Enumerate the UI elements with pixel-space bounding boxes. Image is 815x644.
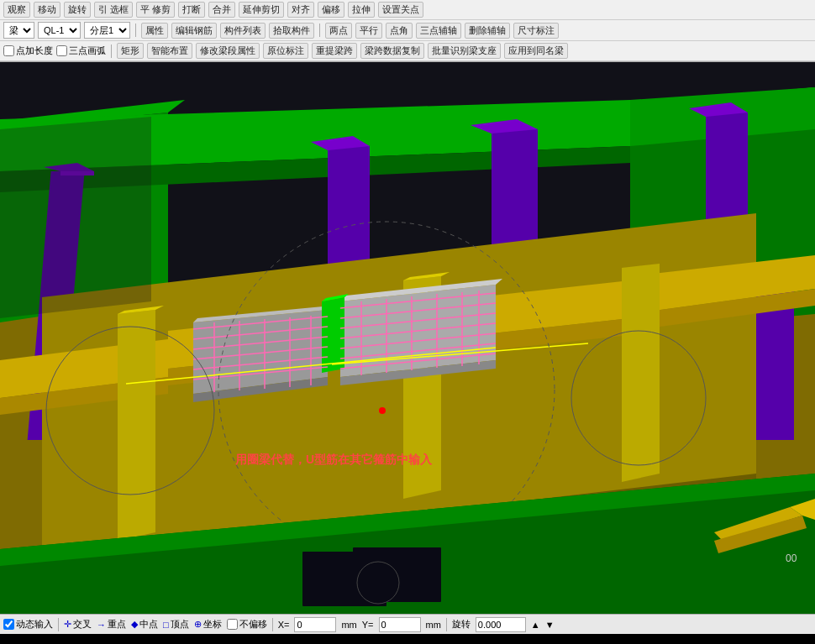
sep1 — [135, 24, 136, 37]
y-input[interactable] — [379, 617, 421, 632]
cb-no-offset[interactable]: 不偏移 — [227, 618, 267, 631]
cb-mid-point[interactable]: ◆ 中点 — [131, 618, 158, 631]
toolbar-row-2: 梁 QL-1 分层1 属性 编辑钢筋 构件列表 拾取构件 两点 平行 点角 三点… — [0, 20, 815, 41]
btn-copy-span-data[interactable]: 梁跨数据复制 — [360, 43, 424, 59]
btn-modify-span[interactable]: 修改梁段属性 — [196, 43, 260, 59]
sep3 — [111, 45, 112, 58]
btn-parallel[interactable]: 平行 — [355, 23, 382, 39]
btn-offset[interactable]: 偏移 — [318, 2, 344, 18]
cb-vertex[interactable]: □ 顶点 — [163, 618, 189, 631]
btn-select-box[interactable]: 引 选框 — [94, 2, 133, 18]
svg-rect-75 — [353, 547, 441, 602]
y-unit: mm — [426, 620, 441, 630]
x-unit: mm — [341, 620, 356, 630]
btn-rotate[interactable]: 旋转 — [64, 2, 91, 18]
btn-observe[interactable]: 观察 — [3, 2, 30, 18]
status-bar: 动态输入 ✛ 交叉 → 重点 ◆ 中点 □ 顶点 ⊕ 坐标 不偏移 X= mm … — [0, 614, 815, 634]
svg-point-66 — [379, 407, 386, 414]
btn-two-point[interactable]: 两点 — [325, 23, 352, 39]
btn-align[interactable]: 对齐 — [287, 2, 314, 18]
select-component-type[interactable]: 梁 — [3, 22, 34, 39]
btn-extend-cut[interactable]: 延伸剪切 — [239, 2, 284, 18]
btn-batch-support[interactable]: 批量识别梁支座 — [428, 43, 501, 59]
3d-viewport[interactable]: 00 用圈梁代替，U型筋在其它箍筋中输入 — [0, 62, 815, 614]
btn-three-point-axis[interactable]: 三点辅轴 — [416, 23, 461, 39]
sep2 — [319, 24, 320, 37]
btn-trim[interactable]: 平 修剪 — [136, 2, 175, 18]
sep-status-1 — [58, 618, 59, 631]
btn-apply-same-name[interactable]: 应用到同名梁 — [504, 43, 568, 59]
rotate-input[interactable] — [476, 617, 526, 632]
btn-dimension[interactable]: 尺寸标注 — [513, 23, 559, 39]
cb-three-arc[interactable]: 三点画弧 — [56, 45, 106, 57]
btn-delete-axis[interactable]: 删除辅轴 — [465, 23, 510, 39]
cb-key-point[interactable]: → 重点 — [97, 618, 126, 631]
select-component-id[interactable]: QL-1 — [38, 22, 81, 39]
svg-text:00: 00 — [786, 552, 797, 564]
btn-merge[interactable]: 合并 — [208, 2, 235, 18]
btn-rect[interactable]: 矩形 — [117, 43, 144, 59]
btn-move[interactable]: 移动 — [34, 2, 60, 18]
cb-dynamic-input[interactable]: 动态输入 — [3, 618, 53, 631]
cb-add-length[interactable]: 点加长度 — [3, 45, 53, 57]
cb-coord[interactable]: ⊕ 坐标 — [194, 618, 222, 631]
x-label: X= — [278, 620, 290, 630]
btn-original-annotation[interactable]: 原位标注 — [263, 43, 308, 59]
svg-marker-27 — [118, 310, 155, 541]
btn-edit-rebar[interactable]: 编辑钢筋 — [171, 23, 217, 39]
btn-break[interactable]: 打断 — [178, 2, 205, 18]
btn-pick-component[interactable]: 拾取构件 — [269, 23, 314, 39]
rotate-stepper-up[interactable]: ▲ — [531, 620, 540, 630]
x-input[interactable] — [294, 617, 336, 632]
sep-status-3 — [446, 618, 447, 631]
toolbar-row-3: 点加长度 三点画弧 矩形 智能布置 修改梁段属性 原位标注 重提梁跨 梁跨数据复… — [0, 41, 815, 61]
rotate-label: 旋转 — [452, 618, 471, 631]
btn-properties[interactable]: 属性 — [141, 23, 168, 39]
toolbar-row-1: 观察 移动 旋转 引 选框 平 修剪 打断 合并 延伸剪切 对齐 偏移 拉伸 设… — [0, 0, 815, 20]
btn-re-identify-span[interactable]: 重提梁跨 — [312, 43, 357, 59]
btn-point-angle[interactable]: 点角 — [386, 23, 413, 39]
btn-stretch[interactable]: 拉伸 — [348, 2, 375, 18]
btn-component-list[interactable]: 构件列表 — [220, 23, 266, 39]
cb-cross[interactable]: ✛ 交叉 — [64, 618, 92, 631]
rotate-stepper-down[interactable]: ▼ — [545, 620, 555, 630]
btn-set-key-point[interactable]: 设置关点 — [378, 2, 423, 18]
btn-smart-layout[interactable]: 智能布置 — [147, 43, 192, 59]
svg-marker-81 — [0, 117, 151, 318]
sep-status-2 — [272, 618, 273, 631]
y-label: Y= — [362, 620, 374, 630]
svg-marker-31 — [622, 264, 660, 482]
select-layer[interactable]: 分层1 — [84, 22, 130, 39]
scene-svg: 00 — [0, 62, 815, 614]
